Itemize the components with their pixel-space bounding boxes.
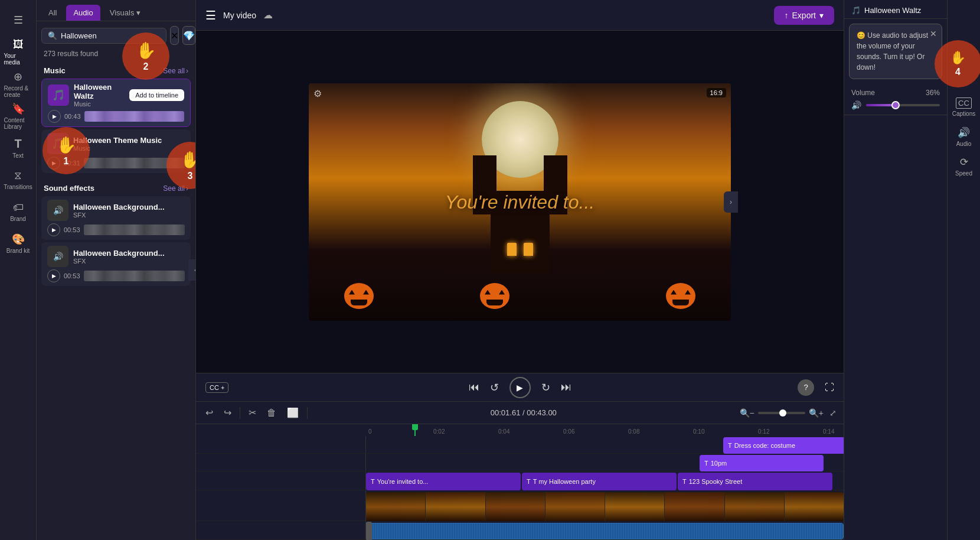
skip-back-button[interactable]: ⏮	[469, 381, 479, 393]
volume-speaker-icon: 🔊	[851, 100, 861, 110]
add-to-timeline-button[interactable]: Add to timeline	[129, 89, 184, 101]
sidebar-item-record[interactable]: ⊕ Record & create	[4, 70, 32, 98]
rs-captions[interactable]: CC Captions	[952, 95, 976, 119]
volume-label: Volume	[851, 89, 875, 97]
cloud-save-icon[interactable]: ☁	[263, 9, 273, 21]
sidebar-item-brand[interactable]: 🏷 Brand	[4, 197, 32, 226]
player-controls: CC + ⏮ ↺ ▶ ↻ ⏭ ? ⛶	[196, 373, 844, 401]
waltz-duration: 00:43	[64, 113, 81, 120]
zoom-out-button[interactable]: 🔍−	[740, 408, 754, 418]
cut-button[interactable]: ✂	[246, 405, 259, 421]
zoom-slider[interactable]	[758, 412, 805, 414]
timeline-expand-button[interactable]: ⤢	[829, 408, 837, 418]
clip-spooky-street[interactable]: T 123 Spooky Street	[678, 473, 832, 490]
track-content-audio	[366, 521, 844, 539]
sfx-type-2: SFX	[73, 258, 185, 265]
volume-track[interactable]	[866, 104, 940, 106]
play-sfx2-button[interactable]: ▶	[47, 269, 60, 282]
tab-all[interactable]: All	[41, 5, 64, 21]
rs-speed[interactable]: ⟳ Speed	[952, 154, 976, 178]
sfx-controls-2: ▶ 00:53	[47, 269, 185, 282]
music-see-all[interactable]: See all ›	[163, 67, 188, 75]
help-button[interactable]: ?	[798, 379, 814, 396]
clear-search-button[interactable]: ✕	[170, 26, 179, 45]
sidebar-hamburger[interactable]: ☰	[4, 6, 32, 34]
clip-dress-code[interactable]: T Dress code: costume	[723, 437, 844, 454]
undo-button[interactable]: ↩	[203, 405, 215, 421]
play-waltz-button[interactable]: ▶	[48, 110, 61, 123]
sfx-see-all[interactable]: See all ›	[163, 184, 188, 193]
sfx-item-1[interactable]: 🔊 Halloween Background... SFX ▶ 00:53	[41, 196, 191, 240]
export-button[interactable]: ↑ Export ▾	[774, 6, 834, 25]
project-title[interactable]: My video	[223, 11, 256, 20]
clip-t-icon-2: T	[704, 460, 708, 467]
track-row-upper2: T 10pm	[196, 454, 844, 471]
search-box-container: 🔍	[41, 28, 166, 44]
sidebar-item-text[interactable]: T Text	[4, 134, 32, 162]
video-thumb-5	[605, 492, 665, 522]
controls-row: CC + ⏮ ↺ ▶ ↻ ⏭ ? ⛶	[196, 373, 844, 402]
timeline-time-display: 00:01.61 / 00:43.00	[491, 408, 557, 417]
sfx-item-2-top: 🔊 Halloween Background... SFX	[47, 246, 185, 267]
search-input[interactable]	[61, 31, 160, 40]
ruler-mark-5: 0:10	[692, 428, 757, 435]
sfx-item-2[interactable]: 🔊 Halloween Background... SFX ▶ 00:53	[41, 242, 191, 286]
save-frame-button[interactable]: ⬜	[285, 405, 301, 421]
video-track-row	[196, 490, 844, 521]
diamond-filter-button[interactable]: 💎	[182, 26, 195, 45]
clip-halloween-party[interactable]: T T my Halloween party	[522, 473, 677, 490]
cc-button[interactable]: CC +	[205, 382, 228, 393]
music-title-theme: Halloween Theme Music	[73, 136, 185, 145]
pumpkin-body-right	[666, 283, 695, 309]
rewind-button[interactable]: ↺	[490, 381, 499, 394]
zoom-in-button[interactable]: 🔍+	[809, 408, 824, 418]
music-controls-waltz: ▶ 00:43	[48, 110, 184, 123]
sfx-chevron-right-icon: ›	[186, 184, 188, 193]
music-title-waltz: Halloween Waltz	[74, 83, 125, 100]
music-item-theme[interactable]: 🎵 Halloween Theme Music Music ▶ 00:31	[41, 129, 191, 173]
play-pause-button[interactable]: ▶	[509, 377, 531, 398]
video-thumb-6	[665, 492, 724, 522]
clip-t-icon-4: T	[527, 478, 531, 485]
music-item-waltz[interactable]: 🎵 Halloween Waltz Music Add to timeline …	[41, 79, 191, 127]
music-item-waltz-top: 🎵 Halloween Waltz Music Add to timeline	[48, 83, 184, 108]
music-section-title: Music	[44, 66, 66, 75]
ruler-mark-7: 0:14	[822, 428, 844, 435]
menu-icon[interactable]: ☰	[205, 8, 216, 22]
video-settings-icon[interactable]: ⚙	[313, 88, 322, 99]
sidebar-item-media[interactable]: 🖼 Your media	[4, 38, 32, 66]
music-section-header: Music See all ›	[37, 61, 195, 77]
forward-button[interactable]: ↻	[541, 381, 550, 394]
sfx-title-2: Halloween Background...	[73, 249, 185, 258]
clip-10pm[interactable]: T 10pm	[700, 455, 824, 471]
tooltip-close-button[interactable]: ✕	[930, 28, 937, 40]
tab-visuals[interactable]: Visuals ▾	[103, 5, 148, 21]
sidebar-label-transitions: Transitions	[4, 184, 32, 190]
tab-audio[interactable]: Audio	[66, 5, 100, 21]
rs-audio[interactable]: 🔊 Audio	[952, 124, 976, 149]
track-row-upper1: T Dress code: costume	[196, 436, 844, 454]
rs-captions-label: Captions	[952, 110, 975, 117]
video-container: You're invited to... 16:9 ⚙ ›	[309, 83, 731, 321]
pumpkin-mouth-left	[351, 300, 367, 305]
redo-button[interactable]: ↪	[221, 405, 234, 421]
video-strip[interactable]	[366, 492, 844, 522]
sfx-section-header: Sound effects See all ›	[37, 179, 195, 195]
panel-collapse-button[interactable]: ‹	[188, 259, 196, 281]
rs-speed-label: Speed	[955, 170, 972, 177]
clip-t-icon-3: T	[371, 478, 375, 485]
play-sfx1-button[interactable]: ▶	[47, 223, 60, 236]
panel-tabs: All Audio Visuals ▾	[37, 0, 195, 21]
sidebar-item-transitions[interactable]: ⧖ Transitions	[4, 165, 32, 194]
sidebar-item-content[interactable]: 🔖 Content Library	[4, 102, 32, 130]
preview-collapse-right[interactable]: ›	[724, 191, 738, 213]
clip-invited[interactable]: T You're invited to...	[366, 473, 521, 490]
delete-button[interactable]: 🗑	[264, 405, 279, 421]
sidebar-item-brandkit[interactable]: 🎨 Brand kit	[4, 229, 32, 258]
volume-thumb	[891, 101, 900, 109]
play-theme-button[interactable]: ▶	[47, 157, 60, 170]
fullscreen-button[interactable]: ⛶	[825, 382, 834, 393]
skip-forward-button[interactable]: ⏭	[561, 381, 571, 393]
video-thumb-3	[486, 492, 545, 522]
audio-clip[interactable]	[366, 523, 844, 539]
